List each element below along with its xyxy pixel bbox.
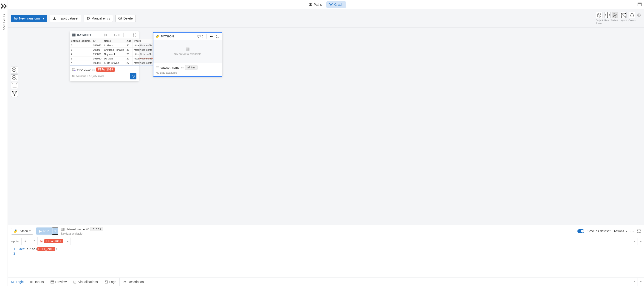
language-selector[interactable]: Python ▾ (11, 228, 33, 235)
paths-icon (309, 3, 312, 6)
svg-point-22 (127, 35, 128, 35)
prev-tab-button[interactable]: ◂ (631, 278, 638, 286)
svg-point-19 (104, 33, 106, 34)
tab-logic[interactable]: Logic (8, 278, 27, 286)
object-links-button[interactable] (596, 12, 602, 18)
tab-logs[interactable]: Logs (101, 278, 120, 286)
branch-icon[interactable] (104, 33, 108, 37)
delete-button[interactable]: Delete (115, 15, 136, 22)
colors-button[interactable] (629, 12, 635, 18)
cube-button[interactable] (130, 73, 136, 79)
input-dropdown-button[interactable]: ▾ (65, 238, 71, 245)
svg-rect-31 (156, 66, 159, 69)
tab-visualizations[interactable]: Visualizations (70, 278, 101, 286)
svg-rect-3 (638, 3, 642, 6)
comments-button[interactable]: 0 (114, 33, 120, 37)
new-transform-button[interactable]: New transform ▾ (11, 15, 47, 22)
save-toggle[interactable] (578, 229, 584, 233)
layout-button[interactable] (620, 12, 626, 18)
comments-button[interactable]: 0 (197, 35, 203, 38)
sidebar-label: CONTENTS (2, 13, 5, 30)
node-header: PYTHON 0 (154, 32, 222, 40)
cell: 0 (70, 43, 92, 48)
tab-description[interactable]: Description (120, 278, 147, 286)
editor-output-name: dataset_name (66, 228, 85, 231)
column-header: Age (126, 39, 133, 43)
pan-button[interactable] (604, 12, 611, 18)
table-row: 3193080De Gea27https://cdn.sofifa (70, 56, 154, 61)
svg-rect-38 (105, 281, 108, 283)
actions-dropdown[interactable]: Actions ▾ (614, 229, 627, 233)
more-icon[interactable] (210, 35, 213, 38)
chevron-down-icon: ▾ (626, 229, 627, 233)
manual-entry-button[interactable]: Manual entry (84, 15, 113, 22)
node-header: DATASET 0 (70, 31, 139, 39)
as-label: as (181, 66, 184, 69)
python-node[interactable]: PYTHON 0 No preview available (153, 32, 222, 77)
table-icon (72, 33, 76, 37)
input-chip[interactable]: FIFA_2019 (44, 239, 63, 243)
top-tabs: Paths Graph (8, 0, 644, 9)
inputs-label: Inputs (8, 238, 22, 245)
more-icon[interactable] (127, 33, 130, 37)
tab-paths[interactable]: Paths (306, 1, 325, 8)
code-line: def alias(FIFA_2019): (19, 247, 59, 251)
code-editor[interactable]: 12 def alias(FIFA_2019): (8, 245, 644, 278)
no-data-text: No data available (61, 232, 103, 235)
column-header: Photo (132, 39, 154, 43)
more-icon[interactable] (630, 229, 634, 233)
import-dataset-button[interactable]: Import dataset (50, 15, 81, 22)
cell: https://cdn.sofifa (132, 43, 154, 48)
cell: https://cdn.sofifa (132, 56, 154, 61)
next-tab-button[interactable]: ▸ (638, 278, 644, 286)
fit-button[interactable] (11, 82, 18, 89)
expand-icon[interactable] (637, 229, 641, 233)
add-input-button[interactable]: ＋ (22, 237, 29, 245)
alias-chip: FIFA_2019 (96, 67, 115, 72)
globe-icon[interactable] (637, 13, 641, 17)
cell: 193080 (92, 56, 103, 61)
svg-point-24 (129, 35, 130, 35)
table-row: 2190871Neymar Jr26https://cdn.sofifa (70, 52, 154, 56)
zoom-in-button[interactable] (11, 66, 18, 73)
window-icon[interactable] (638, 2, 642, 6)
cell: Neymar Jr (103, 52, 125, 56)
next-button[interactable]: ▸ (638, 238, 644, 245)
run-button[interactable]: ▶ Run (36, 228, 52, 235)
bottom-tabs: Logic Inputs Preview Visualizations Logs (8, 278, 644, 286)
tab-label: Description (128, 280, 144, 284)
column-header: ID (92, 39, 103, 43)
chart-icon (73, 280, 77, 284)
chevron-down-icon: ▾ (43, 16, 44, 20)
add-input-list-button[interactable] (29, 237, 38, 245)
download-icon (52, 16, 56, 20)
button-label: Delete (123, 16, 132, 20)
svg-rect-30 (186, 48, 189, 50)
cell: 33 (126, 48, 133, 52)
expand-icon[interactable] (216, 35, 220, 38)
expand-icon[interactable] (133, 33, 136, 37)
tab-preview[interactable]: Preview (47, 278, 70, 286)
cell: Cristiano Ronaldo (103, 48, 125, 52)
network-button[interactable] (11, 90, 18, 97)
zoom-out-button[interactable] (11, 74, 18, 81)
description-icon (123, 280, 126, 284)
column-header: Name (103, 39, 125, 43)
dataset-node[interactable]: DATASET 0 untitled_ (70, 31, 139, 81)
prev-button[interactable]: ◂ (631, 238, 638, 245)
expand-sidebar-icon[interactable] (0, 2, 8, 10)
tab-graph[interactable]: Graph (326, 1, 346, 8)
cell: De Gea (103, 56, 125, 61)
code-line (19, 251, 59, 256)
button-label: Manual entry (92, 16, 110, 20)
cell: K. De Bruyne (103, 61, 125, 65)
cell: 27 (126, 56, 133, 61)
tab-inputs[interactable]: Inputs (27, 278, 47, 286)
output-name: dataset_name (160, 66, 179, 69)
svg-point-34 (632, 231, 632, 231)
no-data-text: No data available (156, 71, 220, 74)
delete-icon (118, 16, 122, 20)
graph-canvas[interactable]: DATASET 0 untitled_ (8, 27, 644, 225)
run-dropdown-button[interactable]: ▾ (52, 228, 58, 235)
select-button[interactable] (612, 12, 618, 18)
